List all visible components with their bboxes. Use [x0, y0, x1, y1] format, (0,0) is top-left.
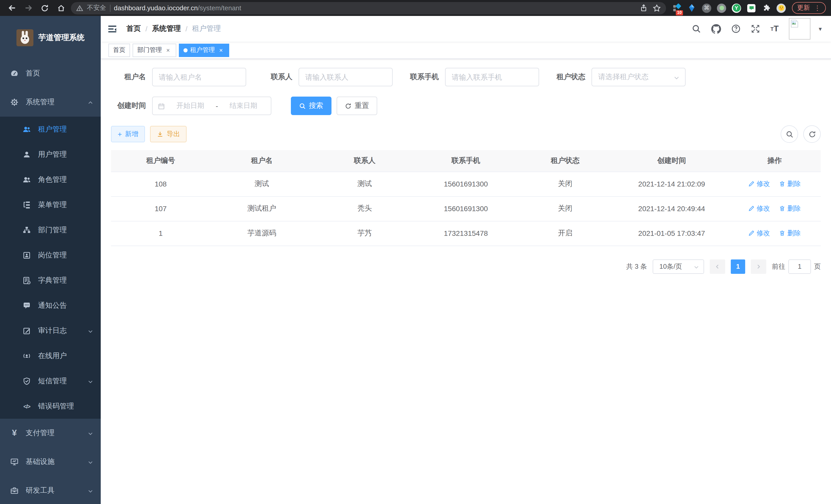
shield-check-icon: [23, 377, 31, 385]
sidebar-item-error-code[interactable]: </> 错误码管理: [0, 393, 101, 419]
sidebar-item-dict[interactable]: 字典管理: [0, 268, 101, 293]
active-dot: [183, 48, 188, 52]
browser-home-icon[interactable]: [55, 1, 68, 14]
extension-kite-icon[interactable]: [687, 3, 696, 12]
broken-image-icon: [791, 20, 799, 28]
contact-input[interactable]: [298, 68, 393, 86]
breadcrumb-system[interactable]: 系统管理: [152, 24, 181, 33]
extensions-area: 10 ⌘ Y: [669, 3, 789, 12]
add-button[interactable]: + 新增: [111, 126, 145, 142]
field-label: 创建时间: [111, 101, 146, 111]
fullscreen-icon[interactable]: [751, 24, 760, 33]
sidebar-item-role[interactable]: 角色管理: [0, 167, 101, 192]
sidebar-item-menu[interactable]: 菜单管理: [0, 192, 101, 217]
col-header-name: 租户名: [210, 150, 313, 172]
hamburger-icon[interactable]: [107, 24, 117, 34]
delete-link[interactable]: 删除: [779, 204, 801, 213]
url-text[interactable]: dashboard.yudao.iocoder.cn/system/tenant: [114, 4, 636, 12]
header-search-icon[interactable]: [692, 24, 701, 33]
browser-back-icon[interactable]: [5, 1, 19, 14]
extension-puzzle-icon[interactable]: [762, 3, 771, 12]
toggle-search-button[interactable]: [781, 125, 798, 143]
mobile-input[interactable]: [445, 68, 539, 86]
sidebar-item-post[interactable]: 岗位管理: [0, 242, 101, 268]
avatar[interactable]: [789, 18, 810, 39]
browser-menu-icon[interactable]: ⋮: [814, 4, 821, 12]
next-page-button[interactable]: [751, 259, 766, 274]
sidebar-item-audit-log[interactable]: 审计日志: [0, 318, 101, 343]
browser-update-button[interactable]: 更新 ⋮: [792, 2, 826, 14]
org-tree-icon: [23, 226, 31, 234]
breadcrumb-home[interactable]: 首页: [126, 24, 141, 33]
cell-status: 关闭: [515, 196, 615, 221]
cell-contact: 芋艿: [313, 221, 416, 245]
edit-link[interactable]: 修改: [748, 204, 770, 213]
bookmark-star-icon[interactable]: [653, 4, 661, 12]
search-button[interactable]: 搜索: [291, 97, 332, 115]
sidebar-item-sms[interactable]: 短信管理: [0, 368, 101, 393]
extension-chat-icon[interactable]: [747, 3, 756, 12]
date-range-picker[interactable]: 开始日期 - 结束日期: [152, 97, 271, 115]
sidebar-item-dept[interactable]: 部门管理: [0, 217, 101, 242]
reset-button[interactable]: 重置: [337, 97, 377, 115]
extension-command-icon[interactable]: ⌘: [702, 3, 711, 12]
tag-tenant[interactable]: 租户管理×: [179, 43, 229, 57]
refresh-table-button[interactable]: [803, 125, 821, 143]
extension-dot-icon[interactable]: [717, 3, 726, 12]
goto-page-input[interactable]: [789, 259, 811, 274]
sidebar-item-home[interactable]: 首页: [0, 59, 101, 88]
cell-mobile: 15601691300: [416, 196, 516, 221]
users-icon: [23, 125, 31, 133]
status-select[interactable]: 请选择租户状态: [592, 68, 686, 86]
tenant-table: 租户编号 租户名 联系人 联系手机 租户状态 创建时间 操作 108 测试: [111, 150, 821, 246]
sidebar-item-user[interactable]: 用户管理: [0, 142, 101, 167]
sidebar-item-system[interactable]: 系统管理: [0, 88, 101, 117]
tag-home[interactable]: 首页: [109, 43, 130, 57]
message-icon: [23, 301, 31, 309]
delete-link[interactable]: 删除: [779, 179, 801, 188]
chevron-up-icon: [87, 98, 93, 106]
sidebar-item-pay[interactable]: ¥ 支付管理: [0, 419, 101, 447]
sidebar-item-tenant[interactable]: 租户管理: [0, 117, 101, 142]
end-date-placeholder[interactable]: 结束日期: [221, 101, 266, 111]
page: 不安全 dashboard.yudao.iocoder.cn/system/te…: [0, 0, 831, 504]
sidebar-item-devtool[interactable]: 研发工具: [0, 476, 101, 504]
page-size-select[interactable]: 10条/页: [653, 259, 704, 274]
sidebar-item-infra[interactable]: 基础设施: [0, 447, 101, 476]
edit-link[interactable]: 修改: [748, 179, 770, 188]
table-row: 108 测试 测试 15601691300 关闭 2021-12-14 21:0…: [111, 172, 821, 196]
sidebar-item-online-user[interactable]: 在线用户: [0, 343, 101, 368]
share-icon[interactable]: [640, 4, 648, 12]
extension-y-icon[interactable]: Y: [732, 3, 741, 12]
start-date-placeholder[interactable]: 开始日期: [168, 101, 213, 111]
github-icon[interactable]: [711, 24, 721, 34]
extension-emoji-icon[interactable]: [776, 3, 786, 12]
address-bar[interactable]: 不安全 dashboard.yudao.iocoder.cn/system/te…: [71, 2, 666, 14]
security-label[interactable]: 不安全: [87, 4, 106, 12]
pagination: 共 3 条 10条/页 1 前往 页: [111, 259, 821, 274]
font-size-icon[interactable]: TT: [770, 24, 779, 33]
sidebar-item-notice[interactable]: 通知公告: [0, 293, 101, 318]
page-number-1[interactable]: 1: [731, 259, 745, 274]
sidebar-item-label: 租户管理: [38, 125, 67, 134]
delete-link[interactable]: 删除: [779, 229, 801, 238]
close-icon[interactable]: ×: [218, 47, 225, 54]
export-button[interactable]: 导出: [150, 126, 187, 142]
plus-icon: +: [118, 130, 122, 138]
extension-tasks-icon[interactable]: 10: [672, 3, 682, 12]
close-icon[interactable]: ×: [165, 47, 172, 54]
tag-dept[interactable]: 部门管理×: [133, 43, 176, 57]
calendar-icon: [158, 102, 165, 110]
browser-forward-icon[interactable]: [22, 1, 35, 14]
edit-link[interactable]: 修改: [748, 229, 770, 238]
help-icon[interactable]: [731, 24, 741, 33]
breadcrumb-separator: /: [185, 25, 188, 33]
tenant-name-input[interactable]: [152, 68, 246, 86]
chevron-down-icon: [87, 486, 93, 495]
sidebar-logo[interactable]: 芋道管理系统: [0, 16, 101, 59]
avatar-caret-icon[interactable]: ▼: [818, 26, 823, 32]
prev-page-button[interactable]: [710, 259, 725, 274]
browser-reload-icon[interactable]: [38, 1, 51, 14]
id-badge-icon: [23, 251, 31, 259]
sidebar-item-label: 用户管理: [38, 150, 67, 159]
